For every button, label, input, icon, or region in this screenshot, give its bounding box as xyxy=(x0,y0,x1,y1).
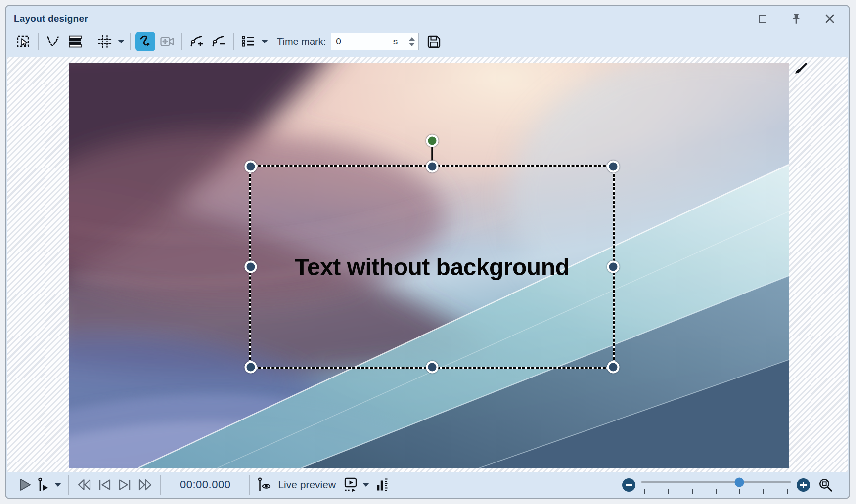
maximize-icon xyxy=(759,15,766,23)
window-controls xyxy=(756,12,836,25)
step-forward-button[interactable] xyxy=(117,477,133,493)
camera-pan-button[interactable] xyxy=(157,32,177,51)
element-list-dropdown-arrow[interactable] xyxy=(261,40,268,43)
layer-order-button[interactable] xyxy=(65,32,85,51)
stats-button[interactable] xyxy=(375,477,389,493)
path-select-icon xyxy=(46,34,61,49)
preview-window-button[interactable] xyxy=(343,477,359,493)
pin-icon xyxy=(791,13,802,25)
spin-down-icon[interactable] xyxy=(409,43,415,46)
remove-control-point-icon xyxy=(211,34,226,49)
maximize-button[interactable] xyxy=(756,12,769,25)
time-mark-group: Time mark: s xyxy=(277,33,419,50)
zoom-in-button[interactable] xyxy=(797,478,810,492)
play-icon xyxy=(17,477,33,493)
toolbar-separator xyxy=(130,33,131,50)
close-button[interactable] xyxy=(823,12,836,25)
layer-order-icon xyxy=(68,34,83,49)
design-canvas[interactable]: Text without background xyxy=(69,63,789,468)
bottom-separator xyxy=(249,475,250,495)
play-button[interactable] xyxy=(17,477,33,493)
zoom-slider[interactable] xyxy=(641,476,791,493)
pin-button[interactable] xyxy=(790,12,803,25)
camera-pan-icon xyxy=(159,34,175,49)
live-preview-label: Live preview xyxy=(278,479,336,491)
timecode-display: 00:00.000 xyxy=(180,478,230,491)
selection-box[interactable]: Text without background xyxy=(249,165,615,369)
bottom-separator xyxy=(160,475,161,495)
window-title: Layout designer xyxy=(14,13,88,24)
skip-to-start-button[interactable] xyxy=(76,477,93,493)
remove-control-point-button[interactable] xyxy=(209,32,228,51)
toolbar: Time mark: s xyxy=(6,29,849,57)
time-mark-input[interactable] xyxy=(331,36,390,47)
save-button[interactable] xyxy=(424,32,444,51)
time-mark-spinner xyxy=(409,37,415,46)
preview-window-icon xyxy=(343,477,359,493)
zoom-slider-thumb[interactable] xyxy=(735,477,744,487)
grid-dropdown-arrow[interactable] xyxy=(118,40,125,43)
add-control-point-button[interactable] xyxy=(187,32,207,51)
toolbar-separator xyxy=(233,33,234,50)
add-control-point-icon xyxy=(189,34,205,49)
skip-to-end-button[interactable] xyxy=(136,477,153,493)
brush-icon[interactable] xyxy=(791,62,808,80)
stats-icon xyxy=(375,477,389,493)
canvas-area: Text without background xyxy=(7,57,848,475)
element-list-icon xyxy=(241,34,256,49)
skip-to-start-icon xyxy=(76,477,93,493)
save-icon xyxy=(426,34,442,49)
rubber-band-select-button[interactable] xyxy=(14,32,34,51)
grid-button[interactable] xyxy=(95,32,115,51)
preview-options-dropdown-arrow[interactable] xyxy=(362,483,369,487)
skip-to-end-icon xyxy=(136,477,153,493)
zoom-slider-track[interactable] xyxy=(641,481,791,483)
layout-designer-window: Layout designer xyxy=(5,5,850,499)
zoom-out-icon xyxy=(626,484,632,486)
step-back-button[interactable] xyxy=(97,477,113,493)
zoom-out-button[interactable] xyxy=(622,478,635,492)
bottom-bar: 00:00.000 Live preview xyxy=(7,472,848,497)
step-back-icon xyxy=(97,477,113,493)
text-element[interactable]: Text without background xyxy=(251,167,613,367)
live-preview-pin-eye-icon xyxy=(257,477,272,493)
time-mark-label: Time mark: xyxy=(277,36,326,47)
freehand-draw-icon xyxy=(137,34,153,49)
step-forward-icon xyxy=(117,477,133,493)
zoom-slider-ticks xyxy=(644,489,788,494)
toolbar-separator xyxy=(90,33,90,50)
titlebar: Layout designer xyxy=(6,6,849,29)
time-mark-spinbox: s xyxy=(331,33,419,50)
bottom-separator xyxy=(68,475,69,495)
path-select-button[interactable] xyxy=(44,32,63,51)
rubber-band-select-icon xyxy=(16,34,31,49)
zoom-fit-icon xyxy=(818,477,833,493)
element-list-button[interactable] xyxy=(238,32,258,51)
zoom-controls xyxy=(622,476,835,493)
play-from-mark-button[interactable] xyxy=(37,477,50,493)
play-options-dropdown-arrow[interactable] xyxy=(54,483,61,487)
spin-up-icon[interactable] xyxy=(409,37,415,41)
toolbar-separator xyxy=(38,33,39,50)
time-mark-unit: s xyxy=(393,36,398,47)
close-icon xyxy=(825,14,835,24)
play-from-mark-icon xyxy=(37,477,50,493)
zoom-fit-button[interactable] xyxy=(818,477,833,493)
freehand-draw-button[interactable] xyxy=(135,32,155,51)
grid-icon xyxy=(97,34,112,49)
live-preview-toggle[interactable] xyxy=(257,477,272,493)
rotation-handle[interactable] xyxy=(426,135,438,147)
toolbar-separator xyxy=(181,33,182,50)
